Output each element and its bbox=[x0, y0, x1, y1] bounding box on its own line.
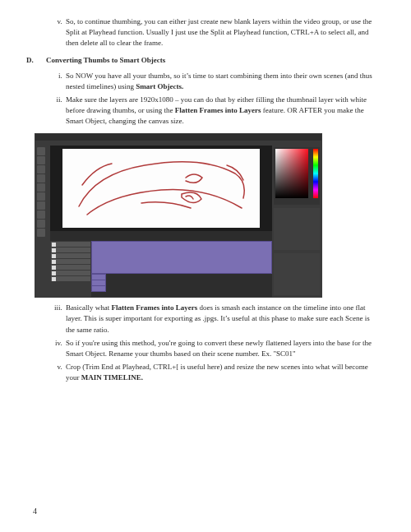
layer-swatch-icon bbox=[52, 254, 56, 258]
tool-icon bbox=[37, 147, 45, 155]
text: So NOW you have all your thumbs, so it’s… bbox=[66, 72, 372, 90]
list-item: Basically what Flatten Frames into Layer… bbox=[64, 303, 378, 335]
section-list-top: So NOW you have all your thumbs, so it’s… bbox=[43, 71, 378, 127]
timeline-layer-row bbox=[51, 242, 90, 247]
color-picker-panel bbox=[274, 147, 320, 205]
list-item: So NOW you have all your thumbs, so it’s… bbox=[64, 71, 378, 92]
ps-panel bbox=[274, 253, 320, 295]
bold-text: Smart Objects. bbox=[136, 82, 183, 90]
hue-slider bbox=[313, 149, 318, 198]
ps-right-panels bbox=[272, 146, 321, 297]
bold-text: MAIN TIMELINE. bbox=[81, 373, 143, 382]
list-item: Make sure the layers are 1920x1080 – you… bbox=[64, 95, 378, 127]
timeline-clip bbox=[91, 285, 106, 292]
section-title: Converting Thumbs to Smart Objects bbox=[46, 55, 165, 66]
timeline-tracks bbox=[91, 241, 272, 297]
timeline-ruler bbox=[50, 231, 272, 241]
list-item: Crop (Trim End at Playhead, CTRL+[ is us… bbox=[64, 362, 378, 383]
tool-icon bbox=[37, 165, 45, 173]
bold-text: Flatten Frames into Layers bbox=[175, 106, 261, 114]
list-item: So if you're using this method, you're g… bbox=[64, 338, 378, 359]
intro-list: So, to continue thumbing, you can either… bbox=[43, 16, 378, 49]
ps-timeline-panel bbox=[50, 231, 272, 297]
timeline-layer-row bbox=[51, 247, 90, 252]
layer-swatch-icon bbox=[52, 260, 56, 264]
layer-swatch-icon bbox=[52, 248, 56, 252]
layer-swatch-icon bbox=[52, 271, 56, 275]
ps-panel bbox=[274, 208, 320, 250]
ps-center bbox=[50, 146, 272, 297]
tool-icon bbox=[37, 156, 45, 164]
section-heading: D. Converting Thumbs to Smart Objects bbox=[26, 55, 378, 66]
layer-swatch-icon bbox=[52, 266, 56, 270]
ps-menubar bbox=[35, 134, 321, 141]
list-item: So, to continue thumbing, you can either… bbox=[64, 16, 378, 49]
tool-icon bbox=[37, 229, 45, 237]
bold-text: Flatten Frames into Layers bbox=[112, 303, 198, 312]
timeline-layer-row bbox=[51, 259, 90, 264]
color-field bbox=[275, 149, 308, 198]
text: Basically what bbox=[66, 303, 112, 312]
section-list-bottom: Basically what Flatten Frames into Layer… bbox=[43, 303, 378, 382]
tool-icon bbox=[37, 210, 45, 219]
section-letter: D. bbox=[26, 55, 38, 66]
tool-icon bbox=[37, 201, 45, 210]
photoshop-screenshot bbox=[35, 133, 322, 298]
ps-canvas bbox=[62, 149, 260, 228]
document-page: So, to continue thumbing, you can either… bbox=[0, 0, 411, 532]
tool-icon bbox=[37, 174, 45, 183]
page-number: 4 bbox=[33, 506, 37, 518]
tool-icon bbox=[37, 192, 45, 201]
ps-tool-panel bbox=[35, 146, 50, 297]
timeline-layer-row bbox=[51, 253, 90, 258]
text: So if you're using this method, you're g… bbox=[66, 339, 372, 358]
tool-icon bbox=[37, 220, 45, 228]
timeline-clip bbox=[91, 241, 272, 274]
sketch-drawing bbox=[62, 149, 260, 228]
tool-icon bbox=[37, 183, 45, 192]
ps-main-area bbox=[35, 146, 321, 297]
timeline-layer-row bbox=[51, 265, 90, 270]
ps-canvas-area bbox=[50, 146, 272, 231]
timeline-layer-list bbox=[50, 241, 91, 297]
layer-swatch-icon bbox=[52, 243, 56, 247]
timeline-layer-row bbox=[51, 271, 90, 275]
layer-swatch-icon bbox=[52, 277, 56, 281]
timeline-layer-row bbox=[51, 276, 90, 281]
timeline-body bbox=[50, 241, 272, 297]
